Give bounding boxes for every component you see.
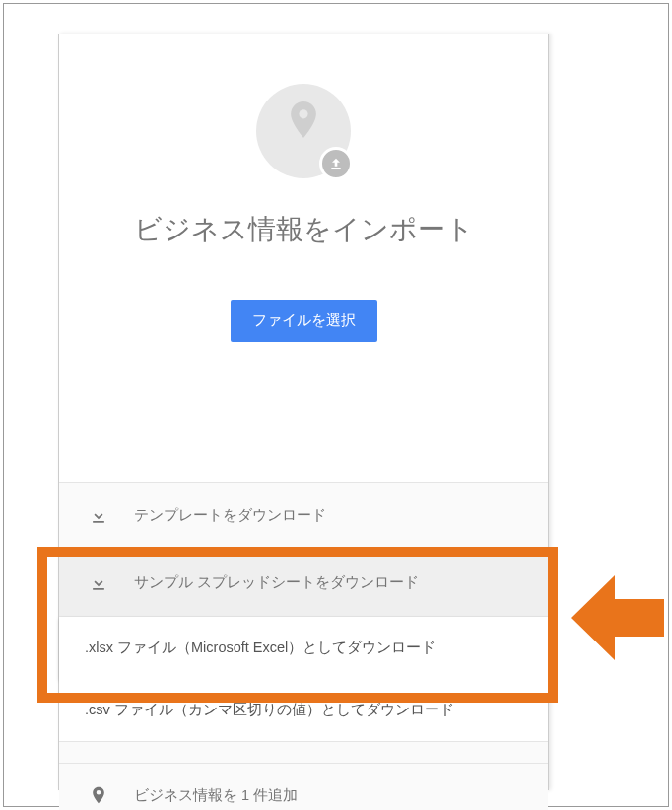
page-title: ビジネス情報をインポート	[59, 208, 548, 252]
import-pin-icon	[256, 84, 351, 178]
pin-icon	[89, 785, 120, 805]
annotation-arrow-icon	[571, 574, 664, 666]
download-sample-row[interactable]: サンプル スプレッドシートをダウンロード	[59, 550, 548, 617]
download-template-row[interactable]: テンプレートをダウンロード	[59, 483, 548, 550]
download-sample-label: サンプル スプレッドシートをダウンロード	[120, 572, 419, 594]
select-file-button[interactable]: ファイルを選択	[231, 300, 377, 342]
upload-badge-icon	[319, 147, 353, 180]
download-icon	[89, 574, 120, 593]
spacer	[59, 742, 548, 764]
add-one-business-label: ビジネス情報を 1 件追加	[120, 786, 298, 805]
add-one-business-row[interactable]: ビジネス情報を 1 件追加	[59, 764, 548, 810]
download-xlsx-option[interactable]: .xlsx ファイル（Microsoft Excel）としてダウンロード	[59, 617, 548, 679]
download-template-label: テンプレートをダウンロード	[120, 505, 326, 527]
download-icon	[89, 506, 120, 526]
upper-section: ビジネス情報をインポート ファイルを選択	[59, 34, 548, 483]
import-card: ビジネス情報をインポート ファイルを選択 テンプレートをダウンロード サンプル …	[58, 34, 549, 790]
svg-point-0	[299, 109, 307, 118]
window-frame: ビジネス情報をインポート ファイルを選択 テンプレートをダウンロード サンプル …	[3, 3, 669, 807]
download-csv-option[interactable]: .csv ファイル（カンマ区切りの値）としてダウンロード	[59, 679, 548, 742]
svg-rect-1	[331, 168, 340, 169]
